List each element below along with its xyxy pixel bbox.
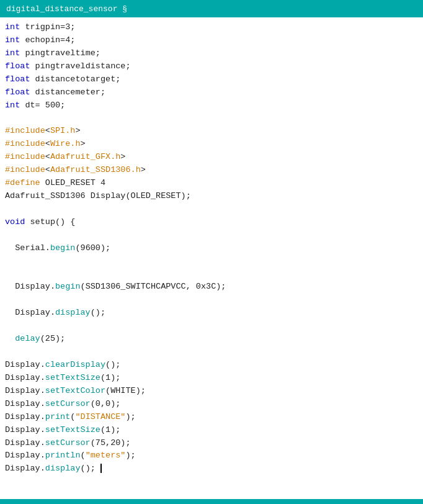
code-line-31: Display.print("DISTANCE"); (5, 411, 418, 424)
code-line-6: float distancemeter; (5, 86, 418, 99)
code-line-18: Serial.begin(9600); (5, 242, 418, 255)
code-line-8 (5, 112, 418, 125)
code-line-1: int trigpin=3; (5, 21, 418, 34)
app: digital_distance_sensor § int trigpin=3;… (0, 0, 423, 504)
code-line-13: #define OLED_RESET 4 (5, 177, 418, 190)
code-line-27: Display.clearDisplay(); (5, 359, 418, 372)
code-line-24 (5, 320, 418, 333)
title-bar: digital_distance_sensor § (0, 0, 423, 17)
code-line-33: Display.setCursor(75,20); (5, 437, 418, 450)
code-line-4: float pingtraveldistance; (5, 60, 418, 73)
code-line-32: Display.setTextSize(1); (5, 424, 418, 437)
code-line-12: #include<Adafruit_SSD1306.h> (5, 164, 418, 177)
code-line-30: Display.setCursor(0,0); (5, 398, 418, 411)
code-line-2: int echopin=4; (5, 34, 418, 47)
code-line-19 (5, 255, 418, 268)
code-line-28: Display.setTextSize(1); (5, 372, 418, 385)
bottom-bar (0, 499, 423, 504)
code-line-22 (5, 294, 418, 307)
code-line-10: #include<Wire.h> (5, 138, 418, 151)
code-line-26 (5, 346, 418, 359)
code-line-25: delay(25); (5, 333, 418, 346)
code-line-34: Display.println("meters"); (5, 449, 418, 462)
code-line-20 (5, 268, 418, 281)
code-line-3: int pingtraveltime; (5, 47, 418, 60)
code-line-21: Display.begin(SSD1306_SWITCHCAPVCC, 0x3C… (5, 281, 418, 294)
code-line-17 (5, 229, 418, 242)
code-line-14: Adafruit_SSD1306 Display(OLED_RESET); (5, 190, 418, 203)
code-line-11: #include<Adafruit_GFX.h> (5, 151, 418, 164)
code-line-9: #include<SPI.h> (5, 125, 418, 138)
code-line-7: int dt= 500; (5, 99, 418, 112)
code-line-16: void setup() { (5, 216, 418, 229)
code-line-35: Display.display(); (5, 462, 418, 475)
code-line-23: Display.display(); (5, 307, 418, 320)
code-line-15 (5, 203, 418, 216)
code-line-5: float distancetotarget; (5, 73, 418, 86)
code-line-29: Display.setTextColor(WHITE); (5, 385, 418, 398)
title-label: digital_distance_sensor § (6, 4, 127, 14)
code-editor[interactable]: int trigpin=3; int echopin=4; int pingtr… (0, 17, 423, 499)
